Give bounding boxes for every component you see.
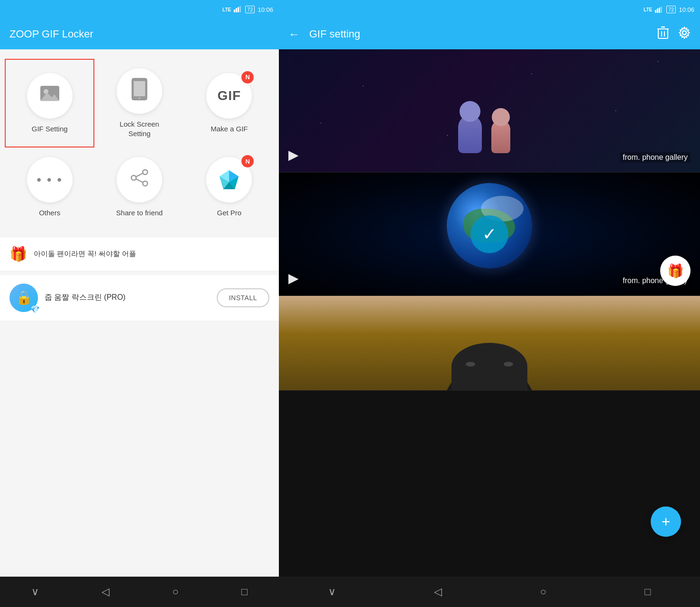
- phone-icon: [131, 77, 148, 105]
- check-circle: ✓: [470, 215, 508, 253]
- delete-button[interactable]: [657, 26, 669, 42]
- others-circle: • • •: [27, 157, 73, 202]
- svg-rect-23: [659, 8, 660, 13]
- gif-item-1[interactable]: ▶ from. phone gallery: [279, 49, 700, 173]
- nav-recent[interactable]: □: [241, 586, 248, 598]
- left-panel: LTE 72 10:06 ZOOP GIF Locker: [0, 0, 279, 607]
- svg-rect-1: [236, 8, 237, 12]
- gif-setting-circle: [27, 73, 73, 119]
- right-lte: LTE: [644, 7, 652, 12]
- right-nav-home[interactable]: ○: [540, 586, 546, 598]
- app-title: ZOOP GIF Locker: [9, 28, 93, 40]
- others-label: Others: [39, 208, 60, 218]
- promo-text: 아이돌 팬이라면 꼭! 써야할 어플: [34, 249, 136, 258]
- make-gif-circle: GIF N: [206, 73, 252, 119]
- right-bottom-nav: ∨ ◁ ○ □: [279, 577, 700, 607]
- right-nav-back[interactable]: ◁: [434, 586, 442, 598]
- share-icon: [130, 168, 149, 191]
- left-bottom-nav: ∨ ◁ ○ □: [0, 577, 279, 607]
- install-section: 🔒 💎 줍 움짤 락스크린 (PRO) INSTALL: [0, 275, 279, 321]
- svg-line-14: [136, 179, 143, 183]
- menu-item-others[interactable]: • • • Others: [5, 147, 94, 227]
- signal-icon: [234, 6, 242, 13]
- get-pro-label: Get Pro: [217, 208, 241, 218]
- svg-point-12: [143, 181, 147, 186]
- menu-item-gif-setting[interactable]: GIF Setting: [5, 59, 94, 147]
- svg-point-11: [131, 175, 136, 180]
- gif-item-3[interactable]: [279, 296, 700, 391]
- make-gif-label: Make a GIF: [211, 124, 248, 134]
- dots-icon: • • •: [37, 172, 63, 187]
- right-signal-icon: [655, 6, 663, 13]
- add-gif-button[interactable]: +: [651, 506, 681, 537]
- share-circle: [117, 157, 162, 202]
- install-button[interactable]: INSTALL: [217, 288, 269, 307]
- promo-section[interactable]: 🎁 아이돌 팬이라면 꼭! 써야할 어플: [0, 237, 279, 271]
- svg-rect-21: [655, 10, 656, 13]
- svg-point-9: [138, 97, 140, 99]
- menu-item-share[interactable]: Share to friend: [94, 147, 184, 227]
- svg-rect-2: [238, 7, 239, 12]
- menu-grid: GIF Setting Lock ScreenSetting GIF N: [0, 49, 279, 232]
- nav-chevron-down[interactable]: ∨: [31, 586, 39, 598]
- gift-fab-button[interactable]: 🎁: [660, 256, 691, 286]
- share-label: Share to friend: [116, 208, 163, 218]
- svg-point-30: [682, 31, 686, 35]
- svg-point-10: [143, 170, 147, 175]
- back-button[interactable]: ←: [288, 28, 300, 41]
- gem-badge-small: 💎: [30, 305, 40, 314]
- check-overlay: ✓: [470, 215, 508, 253]
- gift-promo-icon: 🎁: [9, 246, 27, 262]
- play-button-1[interactable]: ▶: [288, 147, 299, 163]
- lock-screen-circle: [117, 68, 162, 114]
- lock-app-icon: 🔒 💎: [9, 284, 38, 312]
- right-nav-recent[interactable]: □: [645, 586, 651, 598]
- gem-icon: [217, 168, 241, 192]
- battery-indicator: 72: [245, 6, 255, 13]
- right-nav-chevron[interactable]: ∨: [328, 586, 336, 598]
- menu-item-get-pro[interactable]: N Get Pro: [184, 147, 274, 227]
- make-gif-badge: N: [241, 71, 254, 83]
- svg-rect-25: [658, 29, 668, 38]
- image-icon: [39, 84, 60, 107]
- svg-line-13: [136, 173, 143, 177]
- nav-back[interactable]: ◁: [101, 586, 110, 598]
- install-app-name: 줍 움짤 락스크린 (PRO): [45, 293, 210, 303]
- left-status-right: LTE 72 10:06: [222, 6, 273, 13]
- svg-rect-3: [239, 6, 241, 12]
- menu-item-lock-screen[interactable]: Lock ScreenSetting: [94, 59, 184, 147]
- right-battery: 72: [666, 6, 676, 13]
- time-display: 10:06: [258, 6, 273, 13]
- svg-rect-24: [661, 7, 662, 13]
- svg-rect-22: [657, 9, 658, 13]
- right-app-title: GIF setting: [309, 28, 648, 40]
- nav-home[interactable]: ○: [172, 586, 178, 598]
- right-status-bar: LTE 72 10:06: [279, 0, 700, 19]
- lock-screen-label: Lock ScreenSetting: [120, 120, 159, 138]
- svg-rect-8: [134, 81, 145, 96]
- header-actions: [657, 26, 691, 42]
- right-app-header: ← GIF setting: [279, 19, 700, 49]
- gif-item-2[interactable]: ✓ ▶ from. phone gallery 🎁: [279, 173, 700, 296]
- play-button-2[interactable]: ▶: [288, 270, 299, 286]
- left-app-header: ZOOP GIF Locker: [0, 19, 279, 49]
- get-pro-circle: N: [206, 157, 252, 202]
- lock-inner-icon: 🔒: [16, 290, 32, 305]
- svg-rect-0: [234, 9, 235, 12]
- get-pro-badge: N: [241, 155, 254, 167]
- gif-list-container: ▶ from. phone gallery ✓ ▶ from. phone ga…: [279, 49, 700, 546]
- left-status-bar: LTE 72 10:06: [0, 0, 279, 19]
- right-panel: LTE 72 10:06 ← GIF setting: [279, 0, 700, 607]
- from-label-1: from. phone gallery: [620, 152, 691, 163]
- gif-thumbnail-3: [279, 296, 700, 390]
- gif-setting-label: GIF Setting: [32, 124, 68, 134]
- lte-indicator: LTE: [222, 7, 231, 12]
- settings-button[interactable]: [678, 27, 691, 42]
- right-time: 10:06: [679, 6, 694, 13]
- menu-item-make-gif[interactable]: GIF N Make a GIF: [184, 59, 274, 147]
- gif-text-icon: GIF: [217, 88, 241, 103]
